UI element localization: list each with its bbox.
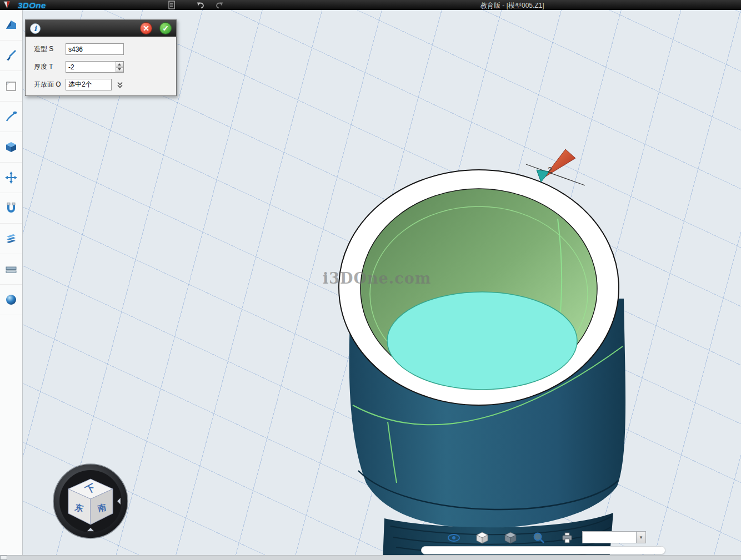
horizontal-scrollbar[interactable] [0,555,741,560]
sidebar-item-material[interactable] [0,285,22,315]
undo-icon[interactable] [196,1,206,9]
view-preset-dropdown[interactable]: ▾ [582,531,646,543]
thickness-stepper [66,61,124,73]
dialog-body: 造型 S 厚度 T 开放面 O [26,37,176,90]
model-floor-face[interactable] [387,292,577,390]
field-row-thickness: 厚度 T [34,61,176,73]
dimension-value: 2 [548,165,552,174]
spin-up-button[interactable] [116,62,123,67]
field-row-shape: 造型 S [34,43,176,55]
zoom-icon[interactable] [532,531,545,544]
open-faces-input[interactable] [66,79,112,90]
logo-triangle-icon [3,1,16,9]
app-window: 3DOne 教育版 - [模型005.Z1] [0,0,741,560]
sidebar-item-sketch-plane[interactable] [0,71,22,102]
cancel-button[interactable]: ✕ [140,22,152,34]
wedge-primitive-icon [4,18,18,32]
sidebar-item-features[interactable] [0,132,22,163]
chevron-down-icon[interactable]: ▾ [637,531,646,543]
app-logo: 3DOne [3,0,46,10]
solid-cube-icon[interactable] [504,531,517,544]
sidebar-item-sketch-draw[interactable] [0,41,22,71]
document-icon[interactable] [167,1,177,9]
field-row-open-faces: 开放面 O [34,79,176,90]
sketch-plane-icon [4,79,18,93]
confirm-button[interactable]: ✓ [159,22,172,34]
titlebar: 3DOne 教育版 - [模型005.Z1] [0,0,741,10]
shell-command-dialog: i ✕ ✓ 造型 S 厚度 T 开放面 O [25,19,177,96]
logo-text: 3DOne [18,1,46,10]
sidebar-item-assembly[interactable] [0,224,22,254]
view-preset-value[interactable] [582,531,637,543]
view-slider[interactable] [421,546,665,554]
sphere-material-icon [4,293,18,306]
move-icon [4,171,18,184]
print-icon[interactable] [560,531,574,544]
expand-double-chevron-icon[interactable] [114,79,126,90]
eye-icon[interactable] [447,531,460,544]
curve-tool-icon [4,110,18,123]
measure-icon [4,263,18,276]
sidebar-item-primitives[interactable] [0,10,22,41]
scrollbar-thumb[interactable] [0,556,7,560]
shape-input[interactable] [66,43,124,55]
brush-icon [4,49,18,62]
sidebar-item-move[interactable] [0,163,22,193]
sidebar-item-snap[interactable] [0,193,22,224]
redo-icon[interactable] [214,1,224,9]
spin-down-button[interactable] [116,67,123,73]
model-cylinder[interactable] [339,170,625,560]
window-title: 教育版 - [模型005.Z1] [480,1,544,11]
dialog-header: i ✕ ✓ [26,20,176,37]
shape-label: 造型 S [34,44,66,54]
sidebar-item-measure[interactable] [0,254,22,285]
magnet-icon [4,201,18,215]
shaded-cube-icon[interactable] [475,531,489,544]
left-toolbar [0,10,23,555]
info-icon[interactable]: i [30,23,41,34]
layers-icon [4,232,18,245]
thickness-label: 厚度 T [34,62,66,72]
open-faces-label: 开放面 O [34,80,66,89]
sidebar-item-curve-tool[interactable] [0,102,22,132]
view-cube[interactable]: 下 东 南 [52,462,129,540]
cube-feature-icon [4,140,18,154]
watermark: i3DOne.com [323,270,431,287]
view-toolbar [447,531,574,545]
